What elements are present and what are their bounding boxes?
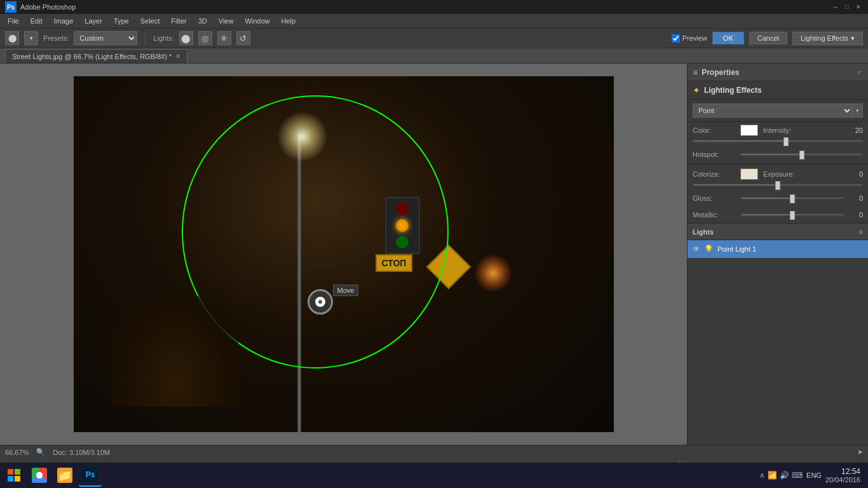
hotspot-fill (741, 154, 802, 155)
close-button[interactable]: ✕ (854, 3, 863, 11)
doc-info: Doc: 3.10M/3.10M (53, 449, 110, 456)
light-type-select[interactable]: Point (693, 104, 853, 118)
menu-window[interactable]: Window (240, 16, 275, 26)
gloss-value: 0 (844, 194, 863, 202)
taskbar-photoshop[interactable]: Ps (79, 464, 102, 487)
hotspot-slider[interactable] (740, 153, 863, 156)
volume-icon[interactable]: 🔊 (780, 471, 789, 480)
menu-image[interactable]: Image (49, 16, 79, 26)
network-icon[interactable]: 📶 (768, 471, 777, 480)
colorize-label: Colorize: (693, 170, 740, 178)
tray-up-arrow[interactable]: ∧ (759, 471, 765, 480)
keyboard-icon[interactable]: ⌨ (792, 471, 803, 480)
tool-dropdown[interactable]: ▾ (24, 31, 38, 45)
add-spot-light-btn[interactable]: ◎ (198, 31, 212, 45)
stop-sign: СТОП (376, 254, 413, 272)
menu-type[interactable]: Type (109, 16, 134, 26)
light-name: Point Light 1 (717, 245, 756, 253)
metallic-thumb[interactable] (790, 211, 795, 220)
presets-select[interactable]: Custom (74, 31, 137, 45)
preview-label[interactable]: Preview (672, 34, 707, 43)
light-center-handle[interactable] (308, 289, 333, 315)
statusbar: 66.67% 🔍 Doc: 3.10M/3.10M ➤ ⬛ (0, 445, 868, 459)
menu-3d[interactable]: 3D (193, 16, 212, 26)
tabbar: Street Lights.jpg @ 66.7% (Light Effects… (0, 48, 868, 64)
menu-edit[interactable]: Edit (25, 16, 48, 26)
light-visibility-icon[interactable]: 👁 (693, 245, 700, 254)
folder-icon: 📁 (57, 468, 72, 483)
tool-icon[interactable]: ⬤ (5, 31, 19, 45)
menu-help[interactable]: Help (276, 16, 301, 26)
win-sq1 (8, 469, 13, 475)
lights-section: Lights ≡ 👁 💡 Point Light 1 (688, 223, 868, 445)
cancel-button[interactable]: Cancel (749, 32, 787, 44)
light-type-arrow[interactable]: ▾ (853, 104, 863, 118)
traffic-red (396, 203, 409, 215)
menu-file[interactable]: File (3, 16, 24, 26)
menu-layer[interactable]: Layer (79, 16, 107, 26)
tab-close-button[interactable]: ✕ (175, 53, 180, 60)
intensity-slider[interactable] (693, 140, 863, 142)
street-pole (297, 133, 301, 432)
minimize-button[interactable]: ─ (831, 3, 840, 11)
light-list-item[interactable]: 👁 💡 Point Light 1 (688, 240, 868, 258)
presets-label: Presets: (43, 34, 69, 42)
win-sq4 (15, 476, 20, 482)
traffic-light (385, 197, 420, 254)
chrome-icon (32, 468, 47, 483)
taskbar-right: ∧ 📶 🔊 ⌨ ENG 12:54 20/04/2016 (759, 467, 865, 484)
preview-checkbox[interactable] (672, 34, 680, 43)
metallic-slider[interactable] (740, 214, 844, 216)
lighting-effects-button[interactable]: Lighting Effects ▾ (792, 32, 863, 45)
gloss-label: Gloss: (693, 194, 740, 202)
lights-menu-button[interactable]: ≡ (859, 228, 863, 236)
center-dot-inner (315, 297, 325, 307)
lights-label: Lights: (153, 34, 173, 42)
gloss-slider[interactable] (740, 197, 844, 200)
color-picker[interactable] (740, 125, 758, 136)
taskbar-chrome[interactable] (28, 464, 51, 487)
metallic-value: 0 (844, 211, 863, 219)
add-point-light-btn[interactable]: ⬤ (179, 31, 193, 45)
gloss-thumb[interactable] (790, 194, 795, 203)
reset-btn[interactable]: ↺ (236, 31, 250, 45)
properties-title: Properties (702, 68, 739, 77)
intensity-label: Intensity: (763, 126, 801, 134)
menu-filter[interactable]: Filter (166, 16, 191, 26)
system-clock[interactable]: 12:54 20/04/2016 (825, 467, 860, 484)
language-indicator[interactable]: ENG (806, 471, 822, 479)
lights-header: Lights ≡ (688, 224, 868, 240)
menubar: File Edit Image Layer Type Select Filter… (0, 14, 868, 28)
tab-title: Street Lights.jpg @ 66.7% (Light Effects… (12, 53, 172, 60)
menu-view[interactable]: View (214, 16, 239, 26)
start-button[interactable] (3, 464, 25, 487)
hotspot-thumb[interactable] (799, 151, 804, 159)
divider1 (688, 164, 868, 165)
panel-menu-icon[interactable]: ≡ (855, 69, 863, 76)
main-light-glow (277, 111, 328, 162)
colorize-picker[interactable] (740, 168, 758, 180)
taskbar-files[interactable]: 📁 (53, 464, 76, 487)
windows-logo (8, 469, 20, 482)
colorize-row: Colorize: Exposure: 0 (688, 166, 868, 182)
photoshop-icon: Ps (83, 467, 98, 482)
properties-panel: ≡ Properties ≡ ✦ Lighting Effects Point … (687, 64, 868, 445)
exposure-thumb[interactable] (775, 181, 780, 190)
restore-button[interactable]: □ (843, 3, 851, 11)
system-tray: ∧ 📶 🔊 ⌨ (759, 471, 803, 480)
intensity-thumb[interactable] (783, 137, 789, 146)
canvas-image[interactable]: СТОП Move (74, 76, 614, 432)
main-layout: СТОП Move ≡ (0, 64, 868, 445)
toolbar-right: Preview OK Cancel Lighting Effects ▾ (672, 32, 863, 45)
titlebar-controls[interactable]: ─ □ ✕ (831, 3, 863, 11)
metallic-fill (741, 214, 792, 215)
menu-select[interactable]: Select (135, 16, 165, 26)
add-infinite-light-btn[interactable]: ✳ (217, 31, 231, 45)
lighting-icon: ✦ (693, 85, 700, 95)
ok-button[interactable]: OK (712, 32, 744, 44)
exposure-slider[interactable] (693, 184, 863, 186)
document-tab[interactable]: Street Lights.jpg @ 66.7% (Light Effects… (5, 49, 187, 63)
cursor-icon: ➤ (857, 448, 863, 456)
canvas-area[interactable]: СТОП Move (0, 64, 687, 445)
traffic-yellow (396, 219, 409, 232)
